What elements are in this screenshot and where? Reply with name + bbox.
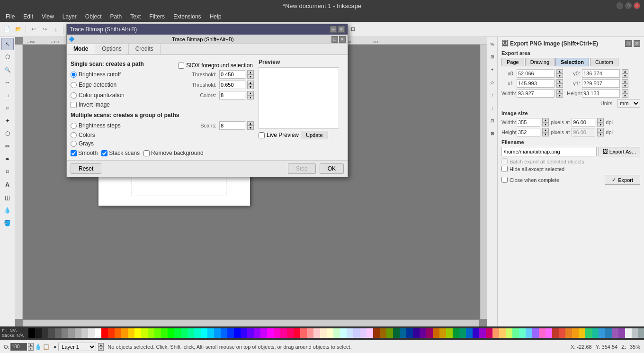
menu-path[interactable]: Path <box>107 13 126 20</box>
dpi2-down[interactable]: ▼ <box>597 132 604 136</box>
edge-threshold-input[interactable] <box>219 81 245 89</box>
snap-btn6[interactable]: ↓ <box>486 102 499 114</box>
color-swatch[interactable] <box>168 328 174 338</box>
color-swatch[interactable] <box>267 328 274 338</box>
invert-checkbox[interactable] <box>71 102 77 108</box>
color-swatch[interactable] <box>459 328 466 338</box>
dialog-inner-close[interactable]: ✕ <box>339 36 346 43</box>
dpi1-down[interactable]: ▼ <box>597 122 604 127</box>
dialog-outer-close[interactable]: ✕ <box>338 26 345 33</box>
color-swatch[interactable] <box>479 328 486 338</box>
x1-down[interactable]: ▼ <box>556 83 563 88</box>
color-swatch[interactable] <box>632 328 638 338</box>
color-swatch[interactable] <box>393 328 400 338</box>
tab-options[interactable]: Options <box>95 44 128 54</box>
color-swatch[interactable] <box>95 328 101 338</box>
export-panel-close[interactable]: ✕ <box>634 40 640 47</box>
color-swatch[interactable] <box>486 328 492 338</box>
area-custom-btn[interactable]: Custom <box>590 58 618 66</box>
opacity-input[interactable] <box>10 343 27 351</box>
node-tool[interactable]: ⬡ <box>1 51 14 63</box>
pencil-tool[interactable]: ✏ <box>1 140 14 153</box>
redo-button[interactable]: ↪ <box>39 24 50 35</box>
color-swatch[interactable] <box>62 328 68 338</box>
area-page-btn[interactable]: Page <box>501 58 524 66</box>
layer-down[interactable]: ▼ <box>98 347 104 351</box>
color-swatch[interactable] <box>333 328 340 338</box>
menu-view[interactable]: View <box>38 13 58 20</box>
tab-mode[interactable]: Mode <box>67 44 95 54</box>
menu-filters[interactable]: Filters <box>145 13 169 20</box>
color-swatch[interactable] <box>532 328 539 338</box>
menu-file[interactable]: File <box>2 13 18 20</box>
remove-bg-checkbox[interactable] <box>143 150 150 156</box>
color-swatch[interactable] <box>88 328 95 338</box>
color-swatch[interactable] <box>75 328 81 338</box>
rect-tool[interactable]: □ <box>1 89 14 101</box>
color-swatch[interactable] <box>294 328 300 338</box>
color-swatch[interactable] <box>605 328 612 338</box>
close-button[interactable]: ✕ <box>634 2 640 9</box>
snap-btn2[interactable]: ⊞ <box>486 51 499 63</box>
width-input[interactable] <box>517 89 555 98</box>
gradient-tool[interactable]: ◫ <box>1 191 14 204</box>
color-swatch[interactable] <box>420 328 426 338</box>
undo-button[interactable]: ↩ <box>28 24 38 35</box>
snap-btn5[interactable]: ↑ <box>486 89 499 101</box>
edge-up[interactable]: ▲ <box>247 81 254 85</box>
dropper-tool[interactable]: 💧 <box>1 204 14 217</box>
dpi1-up[interactable]: ▲ <box>597 118 604 122</box>
down-button[interactable]: ↓ <box>51 24 61 35</box>
area-selection-btn[interactable]: Selection <box>555 58 589 66</box>
color-swatch[interactable] <box>300 328 307 338</box>
color-swatch[interactable] <box>35 328 42 338</box>
hide-except-checkbox[interactable] <box>501 166 508 172</box>
color-swatch[interactable] <box>154 328 161 338</box>
color-swatch[interactable] <box>241 328 247 338</box>
color-swatch[interactable] <box>526 328 532 338</box>
dialog-inner-restore[interactable]: □ <box>331 36 338 43</box>
grays-radio[interactable] <box>71 141 77 147</box>
color-swatch[interactable] <box>466 328 473 338</box>
scans-up[interactable]: ▲ <box>247 121 254 126</box>
y1-input[interactable] <box>582 79 620 88</box>
color-swatch[interactable] <box>340 328 347 338</box>
colors-down[interactable]: ▼ <box>247 95 254 100</box>
color-swatch[interactable] <box>108 328 115 338</box>
update-button[interactable]: Update <box>301 131 328 139</box>
color-swatch[interactable] <box>546 328 552 338</box>
y1-down[interactable]: ▼ <box>622 83 628 88</box>
export-units-select[interactable]: mm px in <box>617 99 640 108</box>
measure-tool[interactable]: ↔ <box>1 76 14 89</box>
y1-up[interactable]: ▲ <box>622 79 628 83</box>
menu-layer[interactable]: Layer <box>59 13 80 20</box>
color-swatch[interactable] <box>565 328 572 338</box>
live-preview-checkbox[interactable] <box>259 132 265 138</box>
color-swatch[interactable] <box>380 328 386 338</box>
color-swatch[interactable] <box>353 328 360 338</box>
dpi2-up[interactable]: ▲ <box>597 128 604 132</box>
color-swatch[interactable] <box>618 328 625 338</box>
color-swatch[interactable] <box>638 328 644 338</box>
x0-up[interactable]: ▲ <box>556 69 563 73</box>
pen-tool[interactable]: ✒ <box>1 153 14 165</box>
color-swatch[interactable] <box>313 328 320 338</box>
color-swatch[interactable] <box>473 328 479 338</box>
layer-up[interactable]: ▲ <box>98 343 104 347</box>
color-swatch[interactable] <box>42 328 48 338</box>
x0-input[interactable] <box>517 69 555 78</box>
color-swatch[interactable] <box>101 328 108 338</box>
opacity-down[interactable]: ▼ <box>28 347 34 351</box>
color-swatch[interactable] <box>512 328 519 338</box>
color-swatch[interactable] <box>413 328 420 338</box>
star-tool[interactable]: ✦ <box>1 115 14 127</box>
edge-down[interactable]: ▼ <box>247 85 254 89</box>
color-swatch[interactable] <box>134 328 141 338</box>
close-complete-checkbox[interactable] <box>501 177 508 183</box>
stop-button[interactable]: Stop <box>288 163 316 174</box>
x1-up[interactable]: ▲ <box>556 79 563 83</box>
ok-button[interactable]: OK <box>320 163 344 174</box>
snap-btn1[interactable]: % <box>486 38 499 50</box>
color-swatch[interactable] <box>28 328 35 338</box>
scans-down[interactable]: ▼ <box>247 126 254 130</box>
